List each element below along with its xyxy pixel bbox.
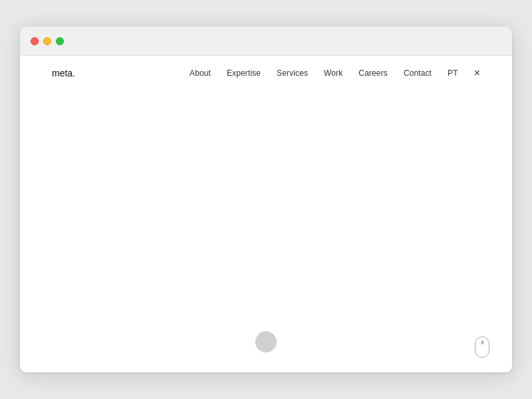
browser-content: meta. About Expertise Services Work Care…: [20, 56, 512, 372]
nav-link-contact[interactable]: Contact: [404, 68, 432, 78]
traffic-lights: [31, 37, 64, 45]
browser-window: meta. About Expertise Services Work Care…: [20, 27, 512, 372]
maximize-button[interactable]: [56, 37, 64, 45]
close-icon[interactable]: ×: [474, 68, 480, 78]
scroll-down-indicator[interactable]: [255, 331, 277, 352]
language-toggle[interactable]: PT: [448, 68, 458, 78]
nav-bar: meta. About Expertise Services Work Care…: [20, 56, 512, 90]
nav-link-work[interactable]: Work: [324, 68, 342, 78]
title-bar: [20, 27, 512, 56]
mouse-scroll-icon: [475, 336, 489, 358]
nav-link-expertise[interactable]: Expertise: [227, 68, 261, 78]
main-content: [20, 90, 512, 372]
scroll-wheel: [481, 340, 483, 344]
minimize-button[interactable]: [43, 37, 51, 45]
close-button[interactable]: [31, 37, 39, 45]
nav-link-about[interactable]: About: [190, 68, 211, 78]
logo[interactable]: meta.: [52, 68, 75, 78]
nav-link-careers[interactable]: Careers: [358, 68, 388, 78]
nav-link-services[interactable]: Services: [277, 68, 308, 78]
nav-links: About Expertise Services Work Careers Co…: [190, 68, 480, 78]
